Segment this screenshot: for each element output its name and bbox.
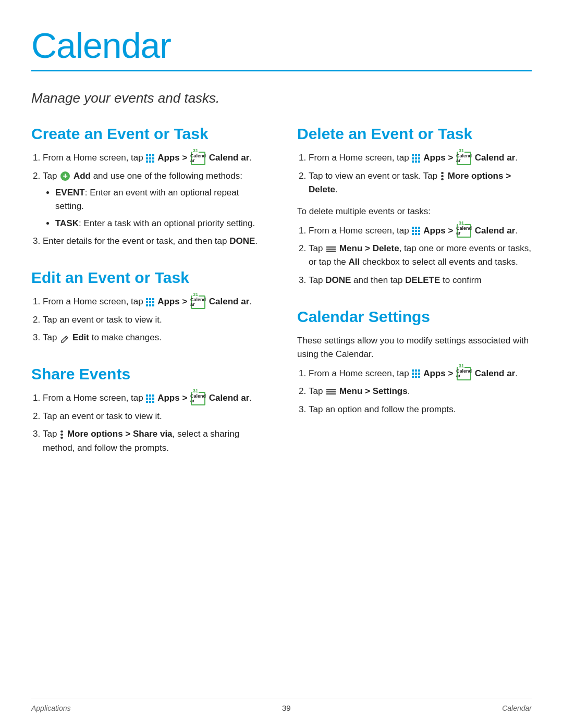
edit-section: Edit an Event or Task From a Home screen… — [31, 269, 266, 344]
create-steps-list: From a Home screen, tap Apps > 31Calend … — [31, 151, 266, 248]
apps-label-1: Apps > — [157, 153, 187, 163]
create-methods-list: EVENT: Enter an event with an optional r… — [43, 186, 266, 230]
calendar-icon-5: 31Calend ar — [457, 224, 471, 238]
apps-icon-4 — [412, 154, 420, 163]
settings-step-3: Tap an option and follow the prompts. — [309, 403, 532, 416]
delete-mult-step-1: From a Home screen, tap Apps > 31Calend … — [309, 224, 532, 238]
share-section: Share Events From a Home screen, tap App… — [31, 365, 266, 455]
page-title: Calendar — [31, 25, 532, 66]
more-options-icon-1 — [60, 430, 64, 439]
edit-pencil-icon — [60, 334, 69, 342]
settings-section: Calendar Settings These settings allow y… — [297, 308, 532, 416]
share-steps-list: From a Home screen, tap Apps > 31Calend … — [31, 391, 266, 455]
delete-steps-list: From a Home screen, tap Apps > 31Calend … — [297, 151, 532, 196]
settings-intro: These settings allow you to modify setti… — [297, 334, 532, 362]
delete-multiple-list: From a Home screen, tap Apps > 31Calend … — [297, 224, 532, 288]
calendar-icon-1: 31Calend ar — [191, 152, 205, 165]
apps-icon-1 — [146, 154, 154, 163]
share-step-3: Tap More options > Share via, select a s… — [43, 427, 266, 455]
menu-icon-2 — [326, 388, 336, 396]
right-column: Delete an Event or Task From a Home scre… — [297, 125, 532, 476]
content-columns: Create an Event or Task From a Home scre… — [31, 125, 532, 476]
apps-icon-2 — [146, 298, 154, 306]
share-step-1: From a Home screen, tap Apps > 31Calend … — [43, 391, 266, 405]
edit-heading: Edit an Event or Task — [31, 269, 266, 287]
edit-step-1: From a Home screen, tap Apps > 31Calend … — [43, 295, 266, 309]
edit-step-2: Tap an event or task to view it. — [43, 313, 266, 327]
delete-step-1: From a Home screen, tap Apps > 31Calend … — [309, 151, 532, 165]
delete-multiple-label: To delete multiple events or tasks: — [297, 205, 532, 218]
create-step-1: From a Home screen, tap Apps > 31Calend … — [43, 151, 266, 165]
title-divider — [31, 70, 532, 71]
settings-step-2: Tap Menu > Settings. — [309, 385, 532, 398]
create-heading: Create an Event or Task — [31, 125, 266, 143]
page: Calendar Manage your events and tasks. C… — [0, 0, 563, 728]
settings-heading: Calendar Settings — [297, 308, 532, 326]
delete-section: Delete an Event or Task From a Home scre… — [297, 125, 532, 287]
footer-left: Applications — [31, 704, 71, 712]
create-section: Create an Event or Task From a Home scre… — [31, 125, 266, 248]
delete-mult-step-3: Tap DONE and then tap DELETE to confirm — [309, 274, 532, 287]
apps-icon-6 — [412, 369, 420, 378]
delete-mult-step-2: Tap Menu > Delete, tap one or more event… — [309, 242, 532, 269]
event-method: EVENT: Enter an event with an optional r… — [55, 186, 266, 214]
edit-steps-list: From a Home screen, tap Apps > 31Calend … — [31, 295, 266, 344]
add-icon: + — [60, 171, 70, 181]
create-step-3: Enter details for the event or task, and… — [43, 235, 266, 248]
create-step-2: Tap + Add and use one of the following m… — [43, 169, 266, 230]
subtitle: Manage your events and tasks. — [31, 90, 532, 106]
task-method: TASK: Enter a task with an optional prio… — [55, 217, 266, 230]
settings-steps-list: From a Home screen, tap Apps > 31Calend … — [297, 367, 532, 416]
left-column: Create an Event or Task From a Home scre… — [31, 125, 266, 476]
calendar-icon-2: 31Calend ar — [191, 295, 205, 309]
share-heading: Share Events — [31, 365, 266, 383]
calendar-label-1: Calend ar — [209, 153, 249, 163]
more-options-icon-2 — [441, 172, 444, 180]
calendar-icon-3: 31Calend ar — [191, 392, 205, 405]
add-label: Add — [74, 171, 91, 181]
settings-step-1: From a Home screen, tap Apps > 31Calend … — [309, 367, 532, 381]
footer: Applications 39 Calendar — [31, 698, 532, 712]
delete-step-2: Tap to view an event or task. Tap More o… — [309, 169, 532, 197]
apps-icon-3 — [146, 394, 154, 403]
apps-icon-5 — [412, 227, 420, 235]
delete-heading: Delete an Event or Task — [297, 125, 532, 143]
footer-center: 39 — [282, 704, 291, 712]
edit-step-3: Tap Edit to make changes. — [43, 331, 266, 344]
menu-icon-1 — [326, 245, 336, 253]
footer-right: Calendar — [502, 704, 532, 712]
calendar-icon-4: 31Calend ar — [457, 152, 471, 165]
share-step-2: Tap an event or task to view it. — [43, 410, 266, 423]
calendar-icon-6: 31Calend ar — [457, 367, 471, 380]
